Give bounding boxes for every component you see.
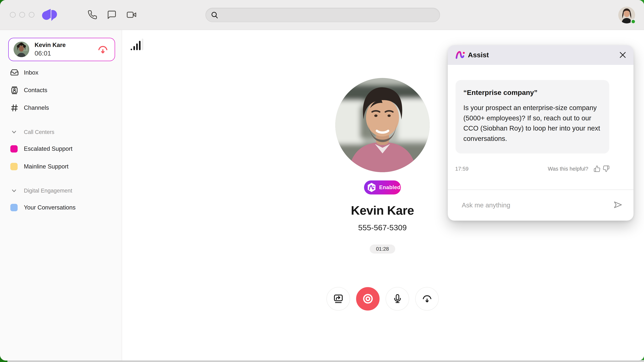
sidebar-section-label: Call Centers <box>24 129 54 135</box>
ai-logo-icon <box>455 50 465 60</box>
active-call-card[interactable]: Kevin Kare 06:01 <box>8 38 115 61</box>
sidebar-item-mainline-support[interactable]: Mainline Support <box>0 161 122 173</box>
end-call-button[interactable] <box>415 287 439 311</box>
call-center-color-swatch <box>10 145 18 153</box>
assist-card-body: Is your prospect an enterprise-size comp… <box>464 103 600 144</box>
call-duration-badge: 01:28 <box>370 244 395 254</box>
assist-suggestion-card: “Enterprise company” Is your prospect an… <box>456 80 609 154</box>
presence-indicator <box>630 19 636 24</box>
sidebar-item-label: Channels <box>24 104 49 111</box>
user-avatar[interactable] <box>618 7 635 23</box>
thumbs-down-icon[interactable] <box>602 165 610 172</box>
top-bar <box>0 0 644 30</box>
mute-button[interactable] <box>386 287 409 311</box>
ai-badge-label: Enabled <box>379 184 400 190</box>
search-icon <box>211 11 218 18</box>
record-icon <box>362 293 373 304</box>
helpful-prompt: Was this helpful? <box>548 166 588 172</box>
inbox-icon <box>10 68 18 77</box>
chevron-down-icon <box>11 188 17 194</box>
contacts-icon <box>10 86 18 94</box>
close-icon[interactable] <box>618 51 627 59</box>
window-zoom-button[interactable] <box>29 12 34 18</box>
sidebar-item-contacts[interactable]: Contacts <box>0 84 122 96</box>
caller-avatar <box>14 42 29 57</box>
window-controls <box>10 12 34 18</box>
transfer-icon <box>333 293 344 304</box>
chevron-down-icon <box>11 129 17 135</box>
contact-phone-number: 555-567-5309 <box>259 223 506 232</box>
hangup-icon[interactable] <box>97 44 108 55</box>
sidebar-item-channels[interactable]: Channels <box>0 102 122 114</box>
ai-enabled-badge[interactable]: Enabled <box>364 181 401 194</box>
app-window: Kevin Kare 06:01 Inbox <box>0 0 644 361</box>
assist-title: Assist <box>468 51 489 59</box>
sidebar: Kevin Kare 06:01 Inbox <box>0 30 122 361</box>
assist-input-row <box>448 190 634 221</box>
send-icon[interactable] <box>613 200 623 210</box>
window-close-button[interactable] <box>10 12 16 18</box>
transfer-call-button[interactable] <box>326 287 350 311</box>
sidebar-section-call-centers[interactable]: Call Centers <box>0 126 122 138</box>
active-call-name: Kevin Kare <box>34 41 97 49</box>
hangup-icon <box>422 293 432 304</box>
video-icon[interactable] <box>126 10 136 20</box>
search-bar[interactable] <box>206 8 440 22</box>
sidebar-section-label: Digital Engagement <box>24 187 72 194</box>
phone-icon[interactable] <box>88 10 97 20</box>
chat-icon[interactable] <box>107 10 117 20</box>
sidebar-item-inbox[interactable]: Inbox <box>0 66 122 79</box>
ai-hexagon-icon <box>366 182 377 193</box>
call-center-color-swatch <box>10 163 18 170</box>
contact-photo <box>335 78 430 172</box>
sidebar-item-escalated-support[interactable]: Escalated Support <box>0 143 122 155</box>
record-button[interactable] <box>356 287 380 311</box>
call-controls <box>326 287 439 311</box>
microphone-icon <box>392 293 403 304</box>
window-minimize-button[interactable] <box>19 12 25 18</box>
sidebar-item-label: Mainline Support <box>24 163 68 170</box>
sidebar-section-digital-engagement[interactable]: Digital Engagement <box>0 185 122 197</box>
hash-icon <box>10 104 18 112</box>
sidebar-item-label: Your Conversations <box>24 204 76 211</box>
active-call-timer: 06:01 <box>34 49 97 58</box>
signal-strength-icon <box>130 39 144 50</box>
assist-timestamp: 17:59 <box>455 166 468 172</box>
ask-me-anything-input[interactable] <box>462 201 609 209</box>
conversations-color-swatch <box>10 204 18 211</box>
sidebar-item-label: Inbox <box>24 69 38 76</box>
active-call-info: Kevin Kare 06:01 <box>34 41 97 58</box>
search-input[interactable] <box>218 8 440 22</box>
assist-meta-row: 17:59 Was this helpful? <box>455 165 610 172</box>
sidebar-item-your-conversations[interactable]: Your Conversations <box>0 201 122 214</box>
assist-panel: Assist “Enterprise company” Is your pros… <box>448 45 634 221</box>
thumbs-up-icon[interactable] <box>594 165 600 172</box>
sidebar-item-label: Contacts <box>24 87 47 94</box>
dialpad-logo-icon <box>42 8 57 22</box>
sidebar-item-label: Escalated Support <box>24 145 72 152</box>
assist-header: Assist <box>448 45 634 65</box>
assist-card-title: “Enterprise company” <box>464 89 600 97</box>
